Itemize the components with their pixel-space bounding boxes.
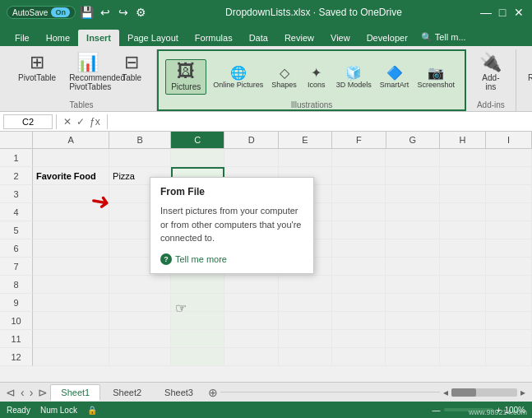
cell-h3[interactable] bbox=[440, 185, 486, 203]
cell-i11[interactable] bbox=[486, 330, 532, 348]
cell-c8[interactable] bbox=[171, 276, 224, 294]
maximize-icon[interactable]: □ bbox=[496, 6, 509, 19]
cell-e9[interactable] bbox=[279, 294, 332, 312]
cell-b8[interactable] bbox=[109, 276, 171, 294]
tab-developer[interactable]: Developer bbox=[359, 30, 416, 46]
icons-button[interactable]: ✦ Icons bbox=[302, 63, 331, 91]
cell-e8[interactable] bbox=[279, 276, 332, 294]
cell-d10[interactable] bbox=[224, 312, 278, 330]
cell-i12[interactable] bbox=[486, 348, 532, 366]
cell-a5[interactable] bbox=[33, 221, 109, 239]
table-button[interactable]: ⊟ Table bbox=[113, 51, 150, 85]
cell-e1[interactable] bbox=[279, 149, 332, 167]
horizontal-scroll-left[interactable]: ◂ bbox=[443, 387, 448, 398]
cell-c11[interactable] bbox=[171, 330, 224, 348]
recommended-charts-button[interactable]: 📈 Recommended Charts bbox=[523, 51, 532, 94]
cell-f3[interactable] bbox=[332, 185, 386, 203]
cell-d8[interactable] bbox=[224, 276, 278, 294]
cell-a10[interactable] bbox=[33, 312, 109, 330]
tab-home[interactable]: Home bbox=[38, 30, 78, 46]
col-header-a[interactable]: A bbox=[33, 132, 109, 148]
cell-h6[interactable] bbox=[440, 239, 486, 258]
tab-view[interactable]: View bbox=[322, 30, 359, 46]
cell-f10[interactable] bbox=[332, 312, 386, 330]
cell-i7[interactable] bbox=[486, 258, 532, 276]
cell-g10[interactable] bbox=[386, 312, 439, 330]
cell-i10[interactable] bbox=[486, 312, 532, 330]
cell-f12[interactable] bbox=[332, 348, 386, 366]
sheet-tab-sheet2[interactable]: Sheet2 bbox=[102, 384, 152, 401]
cell-h12[interactable] bbox=[440, 348, 486, 366]
cell-h8[interactable] bbox=[440, 276, 486, 294]
customize-icon[interactable]: ⚙ bbox=[135, 6, 148, 19]
sheet-nav-next[interactable]: › bbox=[27, 386, 36, 399]
cell-h4[interactable] bbox=[440, 203, 486, 221]
cell-a2[interactable]: Favorite Food bbox=[33, 167, 109, 185]
confirm-formula-icon[interactable]: ✓ bbox=[76, 116, 85, 128]
cell-g11[interactable] bbox=[386, 330, 439, 348]
cell-g5[interactable] bbox=[386, 221, 439, 239]
cell-b1[interactable] bbox=[109, 149, 171, 167]
cell-g3[interactable] bbox=[386, 185, 439, 203]
cell-d1[interactable] bbox=[224, 149, 278, 167]
cell-i5[interactable] bbox=[486, 221, 532, 239]
cell-g6[interactable] bbox=[386, 239, 439, 258]
screenshot-button[interactable]: 📷 Screenshot bbox=[414, 63, 458, 91]
cell-a6[interactable] bbox=[33, 239, 109, 258]
cell-a1[interactable] bbox=[33, 149, 109, 167]
insert-function-icon[interactable]: ƒx bbox=[90, 116, 100, 128]
cell-f5[interactable] bbox=[332, 221, 386, 239]
cell-h9[interactable] bbox=[440, 294, 486, 312]
cell-g4[interactable] bbox=[386, 203, 439, 221]
pivottable-button[interactable]: ⊞ PivotTable bbox=[13, 51, 61, 85]
cell-d12[interactable] bbox=[224, 348, 278, 366]
cell-g9[interactable] bbox=[386, 294, 439, 312]
cell-c12[interactable] bbox=[171, 348, 224, 366]
cell-b9[interactable] bbox=[109, 294, 171, 312]
horizontal-scroll-right[interactable]: ▸ bbox=[520, 387, 525, 398]
cell-a9[interactable] bbox=[33, 294, 109, 312]
cell-h1[interactable] bbox=[440, 149, 486, 167]
col-header-c[interactable]: C bbox=[171, 132, 224, 148]
cell-f4[interactable] bbox=[332, 203, 386, 221]
cell-b11[interactable] bbox=[109, 330, 171, 348]
cell-f6[interactable] bbox=[332, 239, 386, 258]
col-header-h[interactable]: H bbox=[440, 132, 486, 148]
cell-e12[interactable] bbox=[279, 348, 332, 366]
col-header-i[interactable]: I bbox=[486, 132, 532, 148]
cell-f1[interactable] bbox=[332, 149, 386, 167]
cell-d9[interactable] bbox=[224, 294, 278, 312]
redo-icon[interactable]: ↪ bbox=[117, 6, 130, 19]
pictures-button[interactable]: 🖼 Pictures bbox=[165, 59, 206, 95]
tell-me-more-link[interactable]: ? Tell me more bbox=[160, 253, 303, 265]
3d-models-button[interactable]: 🧊 3D Models bbox=[333, 63, 375, 91]
cell-h2[interactable] bbox=[440, 167, 486, 185]
cell-i9[interactable] bbox=[486, 294, 532, 312]
tab-formulas[interactable]: Formulas bbox=[187, 30, 241, 46]
addins-button[interactable]: 🔌 Add-ins bbox=[473, 51, 509, 94]
save-icon[interactable]: 💾 bbox=[81, 6, 94, 19]
tell-me-box[interactable]: 🔍 Tell m... bbox=[416, 29, 471, 46]
zoom-out-button[interactable]: — bbox=[433, 406, 441, 415]
name-box[interactable] bbox=[3, 114, 53, 129]
cell-g12[interactable] bbox=[386, 348, 439, 366]
cell-f9[interactable] bbox=[332, 294, 386, 312]
add-sheet-button[interactable]: ⊕ bbox=[206, 386, 220, 399]
minimize-icon[interactable]: — bbox=[479, 6, 493, 19]
tab-pagelayout[interactable]: Page Layout bbox=[119, 30, 187, 46]
cell-e11[interactable] bbox=[279, 330, 332, 348]
cell-i6[interactable] bbox=[486, 239, 532, 258]
cell-h5[interactable] bbox=[440, 221, 486, 239]
cell-c1[interactable] bbox=[171, 149, 224, 167]
col-header-g[interactable]: G bbox=[386, 132, 440, 148]
cell-g1[interactable] bbox=[386, 149, 439, 167]
cell-i4[interactable] bbox=[486, 203, 532, 221]
sheet-nav-first[interactable]: ⊲ bbox=[3, 386, 18, 399]
col-header-e[interactable]: E bbox=[279, 132, 332, 148]
cell-h10[interactable] bbox=[440, 312, 486, 330]
cell-a7[interactable] bbox=[33, 258, 109, 276]
close-icon[interactable]: ✕ bbox=[512, 6, 525, 19]
shapes-button[interactable]: ◇ Shapes bbox=[268, 63, 300, 91]
sheet-nav-last[interactable]: ⊳ bbox=[35, 386, 50, 399]
tab-data[interactable]: Data bbox=[241, 30, 276, 46]
